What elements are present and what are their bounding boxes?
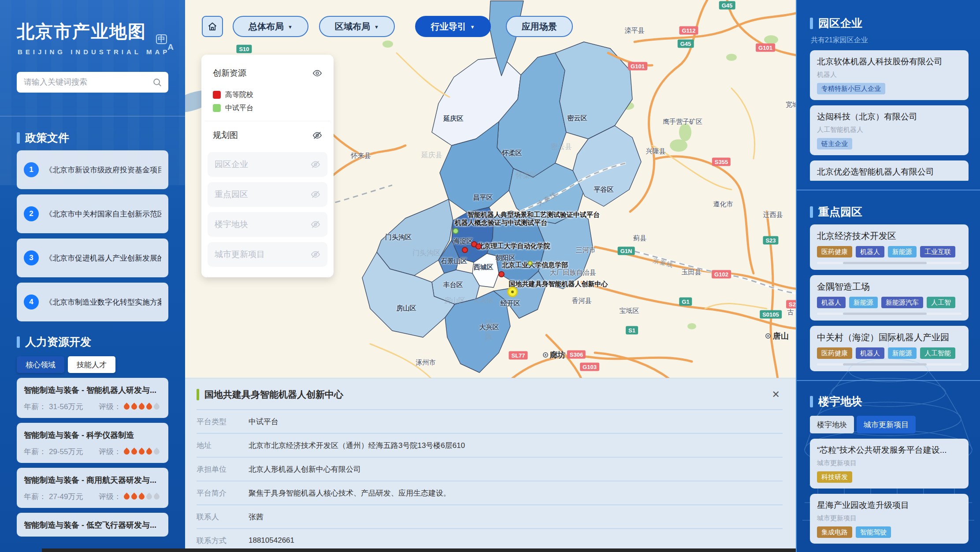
nav-regional-layout[interactable]: 区域布局▼ [319, 16, 395, 37]
hr-item[interactable]: 智能制造与装备 - 商用航天器研发与... 年薪：27-49万元 评级： [17, 468, 168, 508]
company-card[interactable]: 北京软体机器人科技股份有限公司 机器人 专精特新小巨人企业 [810, 50, 969, 100]
close-icon[interactable]: ✕ [769, 389, 783, 400]
eye-off-icon[interactable] [311, 250, 320, 259]
horizontal-scrollbar[interactable] [817, 363, 961, 366]
buildings-tab-urban-renewal[interactable]: 城市更新项目 [857, 416, 916, 433]
policy-item[interactable]: 3 《北京市促进机器人产业创新发展的... [17, 239, 168, 277]
layer-label: 园区企业 [215, 159, 248, 170]
field-value: 中试平台 [249, 417, 278, 427]
tag: 人工智 [927, 297, 955, 308]
legend-pilot-platform: 中试平台 [213, 101, 323, 115]
selected-marker[interactable] [507, 287, 518, 297]
salary-value: 29-55万元 [49, 447, 83, 457]
search-input[interactable] [23, 77, 152, 87]
hr-tab-core[interactable]: 核心领域 [17, 356, 64, 373]
layers-panel: 创新资源 高等院校 中试平台 规划图 园区企业 [201, 55, 334, 277]
eye-off-icon[interactable] [311, 220, 320, 229]
company-card[interactable]: 达闼科技（北京）有限公司 人工智能机器人 链主企业 [810, 105, 969, 155]
detail-panel: 国地共建具身智能机器人创新中心 ✕ 平台类型中试平台 地址北京市北京经济技术开发… [185, 378, 796, 552]
companies-list: 北京软体机器人科技股份有限公司 机器人 专精特新小巨人企业 达闼科技（北京）有限… [810, 45, 969, 181]
rating-label: 评级： [99, 492, 121, 502]
map-nav: 总体布局▼ 区域布局▼ 行业导引▼ 应用场景 [202, 16, 573, 37]
eye-off-icon[interactable] [312, 131, 322, 140]
hr-tab-skill[interactable]: 技能人才 [68, 356, 115, 373]
tag: 新能源汽车 [881, 297, 923, 308]
search-box[interactable] [17, 72, 168, 93]
company-card[interactable]: 北京优必选智能机器人有限公司 [810, 160, 969, 181]
park-card[interactable]: 中关村（海淀）国际机器人产业园 医药健康机器人新能源人工智能 [810, 326, 969, 371]
layer-item-innovation-resources[interactable]: 创新资源 [206, 62, 329, 85]
policy-title: 《北京市中关村国家自主创新示范区... [45, 209, 161, 219]
flame-icon [137, 492, 145, 500]
hr-item[interactable]: 智能制造与装备 - 智能机器人研发与... 年薪：31-56万元 评级： [17, 378, 168, 418]
eye-off-icon[interactable] [311, 190, 320, 199]
companies-count: 共有21家园区企业 [811, 36, 969, 45]
detail-accent-bar [197, 389, 199, 400]
tag: 机器人 [817, 297, 846, 308]
eye-off-icon[interactable] [311, 160, 320, 169]
park-tags: 医药健康机器人新能源人工智能 [817, 347, 961, 359]
horizontal-scrollbar[interactable] [817, 313, 961, 315]
flame-icon [122, 448, 130, 455]
field-value: 18810542661 [249, 536, 294, 545]
scrollbar-thumb[interactable] [843, 363, 927, 366]
flame-icon [152, 448, 160, 455]
tag: 工业互联 [920, 246, 955, 257]
project-category: 城市更新项目 [817, 459, 961, 467]
horizontal-scrollbar[interactable] [817, 262, 961, 264]
hr-heading: 人力资源开发 [17, 335, 168, 349]
hr-item[interactable]: 智能制造与装备 - 科学仪器制造 年薪：29-55万元 评级： [17, 423, 168, 463]
tag: 新能源 [849, 297, 878, 308]
tag: 新能源 [888, 246, 917, 257]
scrollbar-thumb[interactable] [843, 262, 927, 264]
eye-icon[interactable] [312, 68, 322, 78]
policy-number-badge: 4 [24, 295, 39, 310]
tag: 医药健康 [817, 347, 852, 359]
field-label: 地址 [197, 440, 249, 451]
chevron-down-icon: ▼ [470, 24, 475, 30]
pilot-sm-marker[interactable] [528, 261, 533, 266]
scrollbar-thumb[interactable] [843, 313, 927, 315]
park-name: 中关村（海淀）国际机器人产业园 [817, 332, 961, 343]
hr-item-title: 智能制造与装备 - 低空飞行器研发与... [24, 520, 161, 530]
nav-overall-layout[interactable]: 总体布局▼ [233, 16, 308, 37]
company-name: 北京优必选智能机器人有限公司 [817, 166, 961, 178]
policy-item[interactable]: 4 《北京市制造业数字化转型实施方案... [17, 283, 168, 321]
flame-icon [122, 492, 130, 500]
legend-swatch-pilot [213, 104, 221, 112]
pilot-marker[interactable] [453, 228, 459, 234]
section-divider [797, 190, 980, 190]
legend-university: 高等院校 [213, 88, 323, 101]
univ-marker[interactable] [475, 243, 482, 250]
nav-application-scenarios[interactable]: 应用场景 [506, 16, 573, 37]
detail-title: 国地共建具身智能机器人创新中心 [204, 388, 764, 401]
translate-icon[interactable]: 中 A [156, 34, 174, 52]
project-card[interactable]: “芯粒”技术公共研发服务平台建设... 城市更新项目 科技研发 [810, 439, 969, 489]
flame-icon [152, 403, 160, 410]
chevron-down-icon: ▼ [374, 24, 379, 30]
layer-item-buildings[interactable]: 楼宇地块 [208, 212, 327, 237]
policy-item[interactable]: 2 《北京市中关村国家自主创新示范区... [17, 194, 168, 233]
univ-marker[interactable] [498, 271, 505, 277]
hr-item[interactable]: 智能制造与装备 - 低空飞行器研发与... [17, 513, 168, 537]
nav-industry-guide[interactable]: 行业导引▼ [415, 16, 491, 37]
layer-item-park-companies[interactable]: 园区企业 [208, 152, 327, 177]
park-name: 北京经济技术开发区 [817, 230, 961, 242]
layer-item-urban-renewal[interactable]: 城市更新项目 [208, 242, 327, 267]
company-industry: 机器人 [817, 71, 961, 79]
home-button[interactable] [202, 16, 223, 37]
search-icon[interactable] [152, 78, 162, 87]
park-card[interactable]: 北京经济技术开发区 医药健康机器人新能源工业互联 [810, 224, 969, 270]
layer-item-key-parks[interactable]: 重点园区 [208, 182, 327, 207]
parks-heading: 重点园区 [810, 205, 969, 219]
companies-heading: 园区企业 [810, 16, 969, 30]
buildings-tab-plots[interactable]: 楼宇地块 [810, 416, 854, 433]
city-dot-marker[interactable] [543, 352, 548, 358]
park-card[interactable]: 金隅智造工场 机器人新能源新能源汽车人工智 [810, 275, 969, 321]
univ-marker[interactable] [462, 247, 468, 253]
city-dot-marker[interactable] [765, 333, 771, 339]
project-card[interactable]: 星海产业园改造升级项目 城市更新项目 集成电路智能驾驶 [810, 494, 969, 544]
company-industry: 人工智能机器人 [817, 126, 961, 134]
flame-icon [152, 492, 160, 500]
layer-item-planning-map[interactable]: 规划图 [206, 124, 329, 147]
